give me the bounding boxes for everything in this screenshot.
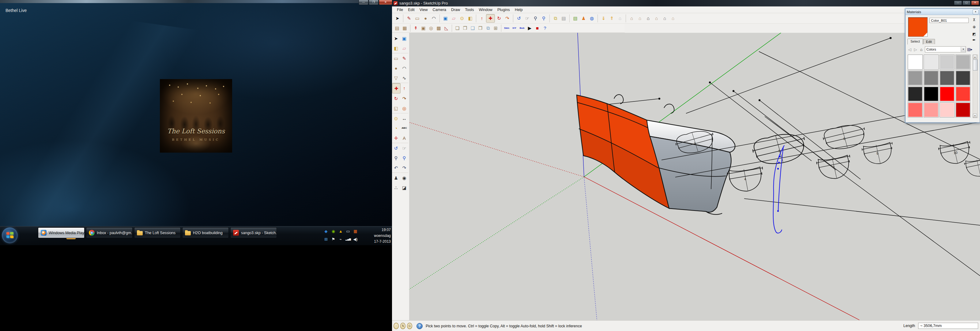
smoove-tool-icon[interactable]: ↟ [410,24,420,32]
protractor-tool-icon[interactable]: ◔ [392,123,400,133]
walk-tool-icon[interactable]: ∴ [392,183,400,192]
menu-tools[interactable]: Tools [463,7,476,13]
measurement-box[interactable]: ~ 3506,7mm [918,323,978,329]
drape-tool-icon[interactable]: ◎ [427,24,435,32]
offset-tool-icon[interactable]: ↷ [503,14,511,22]
scale-tool-icon[interactable]: ◱ [392,103,400,114]
rotate-tool-icon[interactable]: ↻ [392,93,400,103]
menu-draw[interactable]: Draw [449,7,463,13]
freehand-tool-icon[interactable]: ∿ [400,73,408,83]
menu-window[interactable]: Window [476,7,495,13]
menu-file[interactable]: File [395,7,406,13]
in-model-icon[interactable]: ⌂ [919,47,924,52]
close-icon[interactable]: ✕ [973,10,978,14]
details-icon[interactable]: ▤▸ [967,47,972,51]
close-button[interactable]: ✕ [971,1,979,5]
color-swatch[interactable] [908,54,923,70]
color-swatch[interactable] [956,102,970,117]
secondary-pane-button[interactable]: ⊼ [971,17,977,23]
rectangle-tool-icon[interactable]: ▭ [413,14,422,22]
swatch-scrollbar[interactable]: ▲ ▼ [973,54,978,118]
taskbar-button-h2o-boatbuilding[interactable]: H2O boatbuilding [182,227,229,238]
line-tool-icon[interactable]: ✎ [400,53,408,63]
get-models-icon[interactable]: ⇓ [598,14,608,22]
sketchup-titlebar[interactable]: sango3.skp - SketchUp Pro — ▢ ✕ [392,0,980,6]
push-pull-tool-icon[interactable]: ↑ [400,83,408,93]
eraser-tool-icon[interactable]: ▱ [450,14,458,22]
make-component-icon[interactable]: ▣ [439,14,450,22]
taskbar-button-sango3-skp-sketch[interactable]: sango3.skp - Sketch... [230,227,277,238]
offset-tool-icon[interactable]: ◎ [400,103,408,114]
zoom-next-tool-icon[interactable]: ↷ [400,163,408,173]
zoom-tool-icon[interactable]: ⚲ [392,153,400,163]
dimension-tool-icon[interactable]: ↔ [400,114,408,123]
color-swatch[interactable] [940,54,955,70]
make-component-icon[interactable]: ▣ [400,34,408,43]
push-pull-tool-icon[interactable]: ↑ [476,14,486,22]
axes-tool-icon[interactable]: ✛ [392,133,400,143]
orbit-tool-icon[interactable]: ↺ [513,14,523,22]
color-swatch[interactable] [924,102,939,117]
zoom-extents-tool-icon[interactable]: ⚲ [539,14,548,22]
tab-edit[interactable]: Edit [923,39,935,44]
follow-extrude-icon[interactable]: ⧉ [484,24,492,32]
color-swatch[interactable] [940,102,955,117]
zoom-previous-tool-icon[interactable]: ↶ [392,163,400,173]
volume-tray-icon[interactable]: ◀) [353,237,358,242]
color-swatch[interactable] [940,86,955,101]
menu-edit[interactable]: Edit [406,7,417,13]
credits-badge-icon[interactable]: ⇅ [400,323,406,329]
soap-skin-icon[interactable]: Skin [501,24,511,32]
move-tool-icon[interactable]: ✚ [486,14,495,23]
windows-update-tray-icon[interactable]: ⊞ [323,237,329,242]
follow-me-tool-icon[interactable]: ↷ [400,93,408,103]
taskbar-button-inbox-paulvth-gm[interactable]: Inbox - paulvth@gm... [86,227,133,238]
forward-icon[interactable]: ▷ [913,47,918,52]
color-swatch[interactable] [940,70,955,85]
menu-view[interactable]: View [417,7,430,13]
tape-measure-tool-icon[interactable]: ⊙ [458,14,466,22]
color-swatch[interactable] [908,86,923,101]
scroll-down-icon[interactable]: ▼ [973,114,977,118]
restore-button[interactable]: ❐ [369,0,379,5]
dropbox-tray-icon[interactable]: ◆ [323,229,329,234]
component-house-4-icon[interactable]: ⌂ [652,14,660,22]
color-swatch[interactable] [908,102,923,117]
color-swatch[interactable] [924,70,939,85]
create-material-button[interactable]: ⊕ [971,24,977,30]
position-camera-tool-icon[interactable]: ♟ [392,173,400,183]
flip-edge-tool-icon[interactable]: ◺ [442,24,450,32]
color-swatch[interactable] [908,70,923,85]
start-button[interactable] [2,227,18,243]
soap-run-icon[interactable]: ▶ [526,24,533,32]
hull-model[interactable] [577,95,735,214]
normal-push-pull-icon[interactable]: ❑ [469,24,477,32]
look-around-tool-icon[interactable]: ◉ [400,173,408,183]
eraser-tool-icon[interactable]: ▱ [400,43,408,53]
menu-help[interactable]: Help [512,7,525,13]
circle-tool-icon[interactable]: ● [392,63,400,73]
photo-textures-icon[interactable]: ▤ [560,14,568,22]
orbit-tool-icon[interactable]: ↺ [392,143,400,153]
pan-tool-icon[interactable]: ☞ [523,14,531,22]
taskbar-button-windows-media-player[interactable]: Windows Media Player [38,227,84,238]
polygon-tool-icon[interactable]: ▽ [392,73,400,83]
avg-tray-icon[interactable]: ▦ [353,229,358,234]
pan-tool-icon[interactable]: ☞ [400,143,408,153]
collection-dropdown[interactable]: Colors ▼ [925,46,966,53]
sign-in-badge-icon[interactable]: G [407,323,412,329]
line-tool-icon[interactable]: ✎ [403,14,413,22]
display-tray-icon[interactable]: ▭ [345,229,351,234]
sandbox-from-contours-icon[interactable]: ▤ [393,24,401,32]
menu-camera[interactable]: Camera [430,7,449,13]
maximize-button[interactable]: ▢ [963,1,970,5]
zoom-extents-tool-icon[interactable]: ⚲ [400,153,408,163]
close-button[interactable]: ✕ [379,0,392,5]
3d-text-tool-icon[interactable]: A [400,133,408,143]
text-tool-icon[interactable]: ABC [400,123,408,133]
nvidia-tray-icon[interactable]: ◉ [331,229,336,234]
rectangle-tool-icon[interactable]: ▭ [392,53,400,63]
action-center-flag-tray-icon[interactable]: ⚑ [331,237,336,242]
preview-google-earth-icon[interactable]: ◍ [588,14,596,22]
tape-measure-tool-icon[interactable]: ⊙ [392,114,400,123]
